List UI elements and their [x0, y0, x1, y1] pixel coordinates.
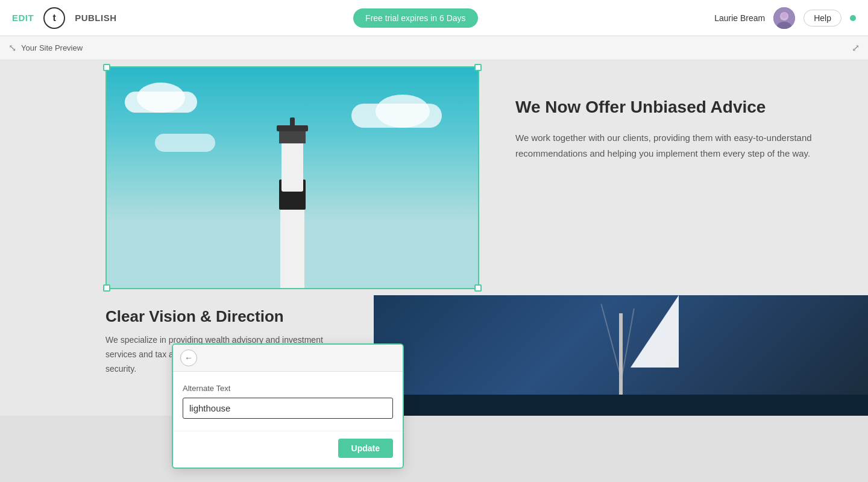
avatar[interactable]	[773, 7, 795, 29]
bottom-section: Clear Vision & Direction We specialize i…	[0, 295, 868, 416]
logo-badge[interactable]: t	[43, 7, 65, 29]
publish-label[interactable]: PUBLISH	[75, 13, 116, 23]
preview-bar: ⤡ Your Site Preview ⤢	[0, 36, 868, 60]
handle-bottom-right[interactable]	[474, 284, 482, 292]
handle-top-left[interactable]	[103, 64, 110, 71]
update-button[interactable]: Update	[338, 439, 393, 458]
handle-bottom-left[interactable]	[103, 284, 110, 292]
site-preview: We Now Offer Unbiased Advice We work tog…	[0, 60, 868, 482]
lighthouse-image	[107, 67, 478, 288]
trial-badge[interactable]: Free trial expires in 6 Days	[353, 8, 478, 28]
handle-top-right[interactable]	[474, 64, 482, 71]
top-navigation: EDIT t PUBLISH Free trial expires in 6 D…	[0, 0, 868, 36]
boat-mast	[619, 313, 623, 398]
alt-text-popup: ← Alternate Text Update	[172, 343, 404, 469]
preview-label: Your Site Preview	[21, 43, 83, 52]
fullscreen-icon[interactable]: ⤢	[852, 42, 860, 54]
username-label: Laurie Bream	[714, 13, 765, 23]
hero-image-wrapper[interactable]	[105, 66, 479, 289]
hero-title: We Now Offer Unbiased Advice	[515, 96, 832, 118]
edit-label[interactable]: EDIT	[12, 13, 34, 23]
main-content: We Now Offer Unbiased Advice We work tog…	[0, 60, 868, 482]
bottom-title: Clear Vision & Direction	[105, 307, 356, 326]
resize-move-icon: ⤡	[8, 42, 16, 54]
nav-right-group: Laurie Bream Help	[714, 7, 856, 29]
lighthouse-body	[274, 119, 310, 288]
svg-point-3	[781, 13, 787, 19]
popup-footer: Update	[173, 431, 403, 468]
popup-header: ←	[173, 345, 403, 372]
hero-section: We Now Offer Unbiased Advice We work tog…	[0, 60, 868, 295]
help-button[interactable]: Help	[804, 10, 841, 27]
water-ripple	[374, 395, 868, 416]
alt-text-input[interactable]	[183, 398, 393, 419]
hero-description: We work together with our clients, provi…	[515, 130, 832, 161]
hero-text-block: We Now Offer Unbiased Advice We work tog…	[479, 60, 868, 295]
popup-body: Alternate Text	[173, 372, 403, 431]
bottom-image	[374, 295, 868, 416]
boat-sail	[631, 295, 679, 368]
alt-text-label: Alternate Text	[183, 384, 393, 393]
back-arrow-icon: ←	[184, 353, 193, 363]
status-dot	[850, 15, 856, 21]
preview-bar-left: ⤡ Your Site Preview	[8, 42, 83, 54]
nav-left-group: EDIT t PUBLISH	[12, 7, 117, 29]
popup-back-button[interactable]: ←	[180, 349, 197, 366]
